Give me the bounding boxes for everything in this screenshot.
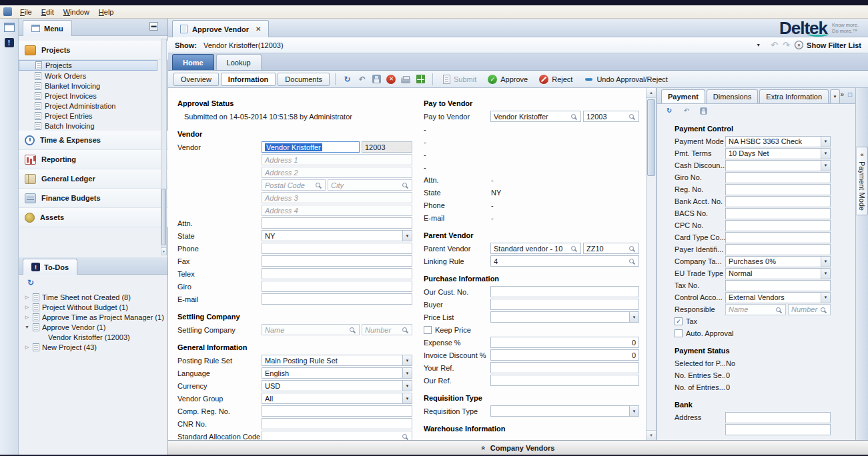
menu-help[interactable]: Help bbox=[94, 7, 119, 17]
cpc-no-input[interactable] bbox=[725, 220, 831, 231]
postal-code-input[interactable]: Postal Code bbox=[262, 179, 326, 191]
magnifier-icon[interactable] bbox=[316, 183, 320, 187]
toolbar-save-button[interactable] bbox=[370, 73, 383, 85]
sidebar-item-blanket-invoicing[interactable]: Blanket Invoicing bbox=[19, 81, 157, 91]
show-dropdown-arrow-icon[interactable]: ▼ bbox=[756, 43, 761, 47]
parent-vendor-name-input[interactable]: Standard vendor - 10 bbox=[490, 243, 581, 254]
collapsed-arrow-icon[interactable]: ▷ bbox=[24, 315, 30, 320]
phone-input[interactable] bbox=[262, 243, 412, 254]
sidebar-item-project-administration[interactable]: Project Administration bbox=[19, 101, 157, 111]
fax-input[interactable] bbox=[262, 255, 412, 267]
sidebar-scrollbar[interactable]: ▼ bbox=[161, 39, 167, 255]
scrollbar-thumb[interactable] bbox=[161, 189, 166, 245]
panel-refresh-button[interactable]: ↻ bbox=[663, 105, 675, 117]
our-cust-no-input[interactable] bbox=[490, 286, 639, 297]
show-filter-list-button[interactable]: ▼ Show Filter List bbox=[795, 41, 861, 49]
magnifier-icon[interactable] bbox=[629, 114, 634, 119]
pmt-terms-select[interactable]: 10 Days Net▼ bbox=[725, 148, 831, 159]
panel-tab-extra-information[interactable]: Extra Information bbox=[759, 89, 829, 103]
responsible-number-input[interactable]: Number bbox=[788, 304, 831, 315]
dropdown-arrow-icon[interactable]: ▼ bbox=[821, 269, 830, 279]
collapsed-arrow-icon[interactable]: ▷ bbox=[24, 345, 30, 350]
pay-to-vendor-name-input[interactable]: Vendor Kristoffer bbox=[490, 111, 581, 122]
action-reject-button[interactable]: Reject bbox=[534, 73, 577, 86]
our-ref-input[interactable] bbox=[490, 375, 639, 386]
todo-subitem-vendor-kristoffer-12003[interactable]: Vendor Kristoffer (12003) bbox=[24, 332, 167, 342]
sidebar-collapse-button[interactable]: ▬ bbox=[149, 22, 158, 31]
dropdown-arrow-icon[interactable]: ▼ bbox=[402, 355, 412, 365]
currency-select[interactable]: USD▼ bbox=[262, 380, 412, 391]
todo-item-approve-vendor-1[interactable]: ▼Approve Vendor (1) bbox=[24, 322, 167, 332]
sidebar-section-time-expenses[interactable]: Time & Expenses bbox=[19, 131, 168, 150]
action-undo-approval-reject-button[interactable]: Undo Approval/Reject bbox=[579, 73, 672, 86]
payment-mode-side-tab[interactable]: « Payment Mode bbox=[856, 147, 868, 215]
address-3-input[interactable]: Address 3 bbox=[262, 192, 412, 203]
toolbar-print-button[interactable] bbox=[400, 73, 412, 85]
sidebar-section-general-ledger[interactable]: General Ledger bbox=[19, 169, 168, 189]
panel-revert-button[interactable]: ↶ bbox=[680, 105, 693, 117]
vendor-name-input[interactable]: Vendor Kristoffer bbox=[262, 141, 360, 153]
requisition-type-select[interactable]: ▼ bbox=[490, 405, 639, 417]
payer-identifi-input[interactable] bbox=[725, 244, 831, 255]
view-tab-documents[interactable]: Documents bbox=[278, 73, 330, 86]
address-4-input[interactable]: Address 4 bbox=[262, 205, 412, 216]
tab-menu[interactable]: Menu bbox=[23, 20, 72, 36]
close-tab-icon[interactable]: ✕ bbox=[256, 25, 261, 33]
checkbox-keep-price[interactable] bbox=[424, 326, 432, 334]
sidebar-section-finance-budgets[interactable]: Finance Budgets bbox=[19, 189, 168, 208]
todo-item-new-project-43[interactable]: ▷New Project (43) bbox=[24, 342, 167, 352]
todo-item-time-sheet-not-created-8[interactable]: ▷Time Sheet not Created (8) bbox=[24, 292, 167, 302]
control-acco-select[interactable]: External Vendors▼ bbox=[725, 292, 831, 303]
giro-input[interactable] bbox=[262, 281, 412, 292]
panel-tab-payment[interactable]: Payment bbox=[661, 89, 705, 103]
collapsed-arrow-icon[interactable]: ▷ bbox=[24, 295, 30, 300]
action-submit-button[interactable]: Submit bbox=[438, 73, 481, 86]
eu-trade-type-select[interactable]: Normal▼ bbox=[725, 268, 831, 279]
posting-rule-set-select[interactable]: Main Posting Rule Set▼ bbox=[262, 355, 412, 366]
buyer-input[interactable] bbox=[490, 299, 639, 310]
view-tab-overview[interactable]: Overview bbox=[173, 73, 219, 86]
tab-lookup[interactable]: Lookup bbox=[216, 54, 262, 70]
sidebar-item-project-entries[interactable]: Project Entries bbox=[19, 111, 157, 121]
comp-reg-no-input[interactable] bbox=[262, 405, 412, 417]
toolbar-export-button[interactable] bbox=[414, 73, 427, 85]
checkbox-tax[interactable]: ✓ bbox=[675, 317, 683, 325]
expand-panel-icon[interactable]: » bbox=[840, 91, 844, 98]
sidebar-section-projects[interactable]: Projects bbox=[19, 41, 168, 60]
dropdown-arrow-icon[interactable]: ▼ bbox=[402, 381, 412, 391]
price-list-select[interactable]: ▼ bbox=[490, 311, 639, 323]
magnifier-icon[interactable] bbox=[629, 259, 634, 263]
collapsed-arrow-icon[interactable]: ▷ bbox=[24, 305, 30, 310]
expense-input[interactable]: 0 bbox=[490, 337, 639, 348]
bacs-no-input[interactable] bbox=[725, 208, 831, 219]
scroll-down-icon[interactable]: ▼ bbox=[161, 247, 166, 255]
parent-vendor-number-input[interactable]: ZZ10 bbox=[583, 243, 639, 254]
maximize-panel-icon[interactable]: □ bbox=[848, 91, 852, 98]
scroll-up-icon[interactable]: ▲ bbox=[646, 88, 656, 98]
toolbar-refresh-button[interactable]: ↻ bbox=[341, 73, 354, 85]
magnifier-icon[interactable] bbox=[776, 307, 781, 312]
linking-rule-input[interactable]: 4 bbox=[490, 255, 639, 267]
dropdown-arrow-icon[interactable]: ▼ bbox=[629, 406, 638, 416]
menu-file[interactable]: File bbox=[15, 7, 37, 17]
giro-no-input[interactable] bbox=[725, 172, 831, 183]
dropdown-arrow-icon[interactable]: ▼ bbox=[821, 137, 830, 147]
vendor-number-input[interactable]: 12003 bbox=[362, 141, 412, 153]
sidebar-item-project-invoices[interactable]: Project Invoices bbox=[19, 91, 157, 101]
scroll-down-icon[interactable]: ▼ bbox=[646, 430, 656, 440]
expanded-arrow-icon[interactable]: ▼ bbox=[24, 325, 30, 329]
menu-edit[interactable]: Edit bbox=[37, 7, 59, 17]
magnifier-icon[interactable] bbox=[402, 183, 407, 187]
dropdown-arrow-icon[interactable]: ▼ bbox=[821, 149, 830, 159]
field-input[interactable] bbox=[725, 424, 831, 435]
dropdown-arrow-icon[interactable]: ▼ bbox=[821, 293, 830, 303]
telex-input[interactable] bbox=[262, 268, 412, 279]
settling-company-name-input[interactable]: Name bbox=[262, 324, 360, 335]
sidebar-section-assets[interactable]: Assets bbox=[19, 208, 168, 227]
dropdown-arrow-icon[interactable]: ▼ bbox=[821, 257, 830, 267]
responsible-name-input[interactable]: Name bbox=[725, 304, 786, 315]
dropdown-arrow-icon[interactable]: ▼ bbox=[402, 231, 412, 241]
attn-input[interactable] bbox=[262, 217, 412, 229]
todo-item-approve-time-as-project-manager-1[interactable]: ▷Approve Time as Project Manager (1) bbox=[24, 312, 167, 322]
magnifier-icon[interactable] bbox=[571, 114, 576, 119]
